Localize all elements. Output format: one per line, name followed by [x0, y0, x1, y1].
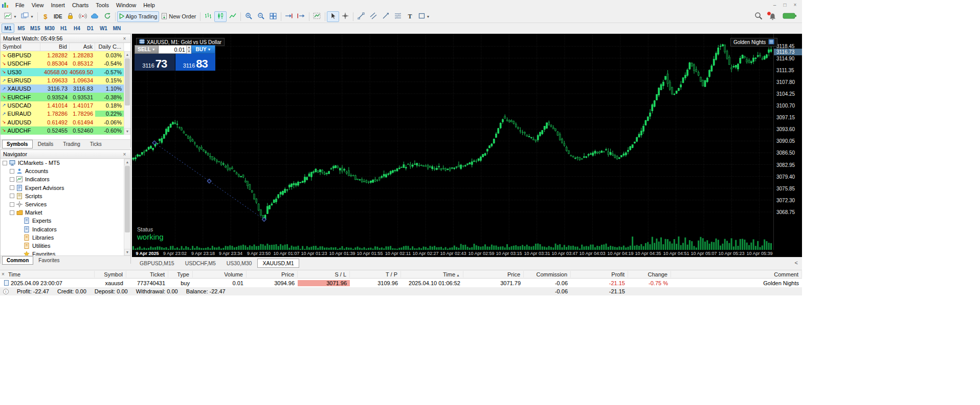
tab-details[interactable]: Details	[33, 140, 58, 148]
template-icon[interactable]	[768, 39, 774, 46]
auto-scroll-button[interactable]	[283, 11, 295, 22]
navigator-item-experts[interactable]: Experts	[1, 217, 124, 225]
column-header-price-5[interactable]: Price	[247, 271, 298, 278]
tab-ticks[interactable]: Ticks	[85, 140, 106, 148]
menu-window[interactable]: Window	[113, 1, 140, 10]
tab-trading[interactable]: Trading	[58, 140, 85, 148]
chart-tab-us30-m30[interactable]: US30,M30	[221, 259, 257, 268]
scrollbar-thumb[interactable]	[125, 58, 130, 105]
data-folder-button[interactable]	[64, 11, 77, 22]
scroll-down-icon[interactable]: ▼	[124, 128, 130, 135]
notifications-bell-icon[interactable]	[769, 13, 776, 21]
timeframe-m30[interactable]: M30	[42, 24, 56, 33]
timeframe-d1[interactable]: D1	[84, 24, 97, 33]
algo-trading-button[interactable]: Algo Trading	[117, 11, 160, 22]
timeframe-mn[interactable]: MN	[110, 24, 123, 33]
cloud-button[interactable]	[89, 11, 101, 22]
sell-price-panel[interactable]: 3116 73	[135, 54, 175, 71]
scroll-up-icon[interactable]: ▲	[124, 159, 130, 165]
spin-down-icon[interactable]: ▾	[187, 50, 191, 54]
timeframe-h1[interactable]: H1	[57, 24, 70, 33]
scroll-down-icon[interactable]: ▼	[124, 249, 130, 255]
buy-button[interactable]: BUY ▼	[191, 45, 215, 54]
navigator-item-indicators[interactable]: Indicators	[1, 175, 124, 183]
column-header-time-8[interactable]: Time▲	[401, 271, 463, 278]
column-header-price-9[interactable]: Price	[463, 271, 524, 278]
column-header-time-0[interactable]: Time	[0, 271, 95, 278]
refresh-button[interactable]	[101, 11, 114, 22]
market-watch-row-xauusd[interactable]: ↗XAUUSD3116.733116.831.10%	[1, 84, 124, 93]
column-header-symbol[interactable]: Symbol	[1, 43, 40, 51]
trendline-tool-button[interactable]	[355, 11, 367, 22]
navigator-item-services[interactable]: Services	[1, 200, 124, 208]
column-header-ask[interactable]: Ask	[70, 43, 95, 51]
candlestick-mode-button[interactable]	[214, 11, 227, 22]
new-chart-button[interactable]: ▼	[2, 11, 19, 22]
column-header-bid[interactable]: Bid	[40, 43, 70, 51]
column-header-symbol-1[interactable]: Symbol	[95, 271, 126, 278]
buy-price-panel[interactable]: 3116 83	[175, 54, 216, 71]
market-watch-row-us30[interactable]: ↘US3040568.0040569.50-0.57%	[1, 68, 124, 76]
tab-scroll-left-button[interactable]: <	[795, 260, 798, 266]
column-header-s-l-6[interactable]: S / L	[298, 271, 350, 278]
chart-tab-gbpusd-m15[interactable]: GBPUSD,M15	[135, 259, 180, 268]
navigator-item-icmarkets-mt5[interactable]: ICMarkets - MT5	[1, 159, 124, 167]
ide-button[interactable]: IDE	[52, 11, 64, 22]
spin-up-icon[interactable]: ▴	[187, 46, 191, 50]
maximize-button[interactable]: □	[781, 2, 789, 9]
tab-favorites[interactable]: Favorites	[34, 256, 64, 265]
expand-toggle[interactable]	[10, 177, 14, 182]
column-header-change-12[interactable]: Change	[628, 271, 671, 278]
ray-tool-button[interactable]	[380, 11, 392, 22]
channel-tool-button[interactable]	[367, 11, 380, 22]
profiles-button[interactable]: ▼	[19, 11, 36, 22]
menu-charts[interactable]: Charts	[69, 1, 92, 10]
column-header-type-3[interactable]: Type	[168, 271, 193, 278]
chart-shift-button[interactable]	[295, 11, 307, 22]
tab-symbols[interactable]: Symbols	[2, 140, 33, 148]
menu-insert[interactable]: Insert	[47, 1, 69, 10]
volume-input[interactable]	[159, 46, 186, 53]
indicators-dialog-button[interactable]	[311, 11, 323, 22]
timeframe-h4[interactable]: H4	[71, 24, 83, 33]
menu-tools[interactable]: Tools	[92, 1, 113, 10]
navigator-item-accounts[interactable]: Accounts	[1, 167, 124, 175]
column-header-profit-11[interactable]: Profit	[571, 271, 628, 278]
collapse-toggle[interactable]	[3, 161, 7, 165]
zoom-out-button[interactable]	[255, 11, 267, 22]
scroll-up-icon[interactable]: ▲	[124, 51, 130, 58]
chart-tab-xauusd-m1[interactable]: XAUUSD,M1	[257, 259, 299, 268]
expand-toggle[interactable]	[10, 202, 14, 207]
menu-file[interactable]: File	[12, 1, 28, 10]
market-watch-row-audchf[interactable]: ↘AUDCHF0.524550.52460-0.60%	[1, 126, 124, 135]
column-header-commission-10[interactable]: Commission	[524, 271, 571, 278]
market-watch-button[interactable]: $	[39, 11, 52, 22]
close-icon[interactable]: ×	[2, 271, 5, 277]
close-button[interactable]: ×	[791, 2, 799, 9]
timeframe-m5[interactable]: M5	[15, 24, 28, 33]
sell-button[interactable]: SELL ▼	[135, 45, 159, 54]
chart-tab-usdchf-m5[interactable]: USDCHF,M5	[180, 259, 221, 268]
navigator-item-favorites[interactable]: Favorites	[1, 250, 124, 255]
search-icon[interactable]	[754, 12, 763, 22]
price-axis[interactable]: 3118.453114.903111.353107.803104.253100.…	[773, 34, 802, 250]
column-header-daily-c[interactable]: Daily C...	[95, 43, 124, 51]
market-watch-row-gbpusd[interactable]: ↘GBPUSD1.282821.282830.03%	[1, 51, 124, 59]
price-plot[interactable]	[132, 34, 773, 250]
expand-toggle[interactable]	[10, 194, 14, 198]
zoom-in-button[interactable]	[242, 11, 255, 22]
column-header-comment-13[interactable]: Comment	[671, 271, 802, 278]
navigator-item-utilities[interactable]: Utilities	[1, 242, 124, 250]
scrollbar-thumb[interactable]	[125, 166, 130, 232]
timeframe-m15[interactable]: M15	[28, 24, 42, 33]
market-watch-row-audusd[interactable]: ↘AUDUSD0.614920.61494-0.06%	[1, 118, 124, 126]
navigator-item-market[interactable]: Market	[1, 208, 124, 217]
close-icon[interactable]: ×	[121, 36, 128, 41]
cursor-tool-button[interactable]	[327, 11, 339, 22]
menu-help[interactable]: Help	[140, 1, 159, 10]
signals-button[interactable]	[77, 11, 89, 22]
minimize-button[interactable]: –	[770, 2, 779, 9]
market-watch-row-usdcad[interactable]: ↗USDCAD1.410141.410170.18%	[1, 101, 124, 110]
navigator-scrollbar[interactable]: ▲ ▼	[124, 159, 130, 255]
crosshair-tool-button[interactable]	[339, 11, 351, 22]
